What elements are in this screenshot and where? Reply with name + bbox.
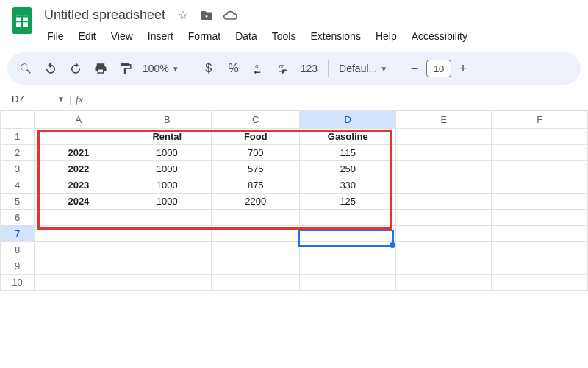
cell-B10[interactable] [123,275,211,291]
cell-D8[interactable] [300,242,395,258]
cell-E9[interactable] [395,258,491,275]
cell-A8[interactable] [35,242,123,258]
decrease-decimal-icon[interactable]: .0 [248,57,270,79]
cell-D4[interactable]: 330 [300,177,395,194]
row-header-2[interactable]: 2 [1,145,35,161]
cell-C6[interactable] [212,210,300,226]
cell-F10[interactable] [492,275,588,291]
search-menus-icon[interactable] [15,57,37,79]
menu-insert[interactable]: Insert [142,27,179,45]
row-header-3[interactable]: 3 [1,161,35,177]
menu-file[interactable]: File [41,27,70,45]
cell-C3[interactable]: 575 [212,161,300,177]
print-icon[interactable] [90,57,112,79]
cell-E10[interactable] [395,275,491,291]
cell-D9[interactable] [300,258,395,275]
cell-B2[interactable]: 1000 [123,145,211,161]
cell-E4[interactable] [395,177,491,194]
cell-B7[interactable] [123,226,211,242]
cell-C8[interactable] [212,242,300,258]
row-header-4[interactable]: 4 [1,177,35,194]
row-header-8[interactable]: 8 [1,242,35,258]
zoom-dropdown[interactable]: 100%▼ [140,63,182,74]
column-header-B[interactable]: B [123,111,211,129]
cell-B1[interactable]: Rental [123,129,211,145]
cell-D6[interactable] [300,210,395,226]
cell-D3[interactable]: 250 [300,161,395,177]
move-to-folder-icon[interactable] [199,8,214,23]
decrease-font-size-button[interactable]: − [406,61,423,77]
cell-E7[interactable] [395,226,491,242]
chevron-down-icon[interactable]: ▼ [57,95,65,103]
menu-tools[interactable]: Tools [266,27,302,45]
name-box[interactable]: D7 [9,92,53,106]
cell-B5[interactable]: 1000 [123,194,211,210]
font-family-dropdown[interactable]: Defaul...▼ [336,63,390,74]
cell-D7[interactable] [300,226,395,242]
menu-format[interactable]: Format [182,27,226,45]
cell-B8[interactable] [123,242,211,258]
cell-B6[interactable] [123,210,211,226]
menu-data[interactable]: Data [229,27,263,45]
menu-edit[interactable]: Edit [73,27,102,45]
cell-B3[interactable]: 1000 [123,161,211,177]
cell-F6[interactable] [492,210,588,226]
number-format-button[interactable]: 123 [298,63,320,74]
increase-decimal-icon[interactable]: .00 [273,57,295,79]
cell-A10[interactable] [35,275,123,291]
row-header-7[interactable]: 7 [1,226,35,242]
cell-A1[interactable] [35,129,123,145]
menu-help[interactable]: Help [370,27,403,45]
cell-E2[interactable] [395,145,491,161]
cell-F2[interactable] [492,145,588,161]
cell-C1[interactable]: Food [212,129,300,145]
cell-F3[interactable] [492,161,588,177]
format-percent-button[interactable]: % [223,57,245,79]
cell-F8[interactable] [492,242,588,258]
star-icon[interactable]: ☆ [176,8,190,23]
format-currency-button[interactable]: $ [198,57,220,79]
cell-C9[interactable] [212,258,300,275]
cell-E8[interactable] [395,242,491,258]
column-header-A[interactable]: A [35,111,123,129]
cell-A3[interactable]: 2022 [35,161,123,177]
sheets-logo-icon[interactable] [10,6,34,35]
cell-B4[interactable]: 1000 [123,177,211,194]
cell-C2[interactable]: 700 [212,145,300,161]
cell-E6[interactable] [395,210,491,226]
row-header-10[interactable]: 10 [1,275,35,291]
font-size-input[interactable]: 10 [426,60,451,77]
redo-icon[interactable] [65,57,87,79]
cell-C5[interactable]: 2200 [212,194,300,210]
cloud-status-icon[interactable] [223,8,237,23]
menu-view[interactable]: View [105,27,139,45]
cell-C7[interactable] [212,226,300,242]
cell-F9[interactable] [492,258,588,275]
cell-B9[interactable] [123,258,211,275]
cell-F4[interactable] [492,177,588,194]
cell-E3[interactable] [395,161,491,177]
row-header-1[interactable]: 1 [1,129,35,145]
cell-E1[interactable] [395,129,491,145]
select-all-corner[interactable] [1,111,35,129]
cell-E5[interactable] [395,194,491,210]
cell-A2[interactable]: 2021 [35,145,123,161]
column-header-E[interactable]: E [395,111,491,129]
row-header-6[interactable]: 6 [1,210,35,226]
undo-icon[interactable] [40,57,62,79]
row-header-9[interactable]: 9 [1,258,35,275]
menu-accessibility[interactable]: Accessibility [406,27,473,45]
cell-A4[interactable]: 2023 [35,177,123,194]
cell-A6[interactable] [35,210,123,226]
cell-D1[interactable]: Gasoline [300,129,395,145]
spreadsheet-grid[interactable]: A B C D E F 1 Rental Food Gasoline [0,110,588,291]
cell-A9[interactable] [35,258,123,275]
column-header-D[interactable]: D [300,111,395,129]
menu-extensions[interactable]: Extensions [304,27,366,45]
cell-F1[interactable] [492,129,588,145]
cell-D10[interactable] [300,275,395,291]
cell-D5[interactable]: 125 [300,194,395,210]
cell-C10[interactable] [212,275,300,291]
cell-F7[interactable] [492,226,588,242]
row-header-5[interactable]: 5 [1,194,35,210]
